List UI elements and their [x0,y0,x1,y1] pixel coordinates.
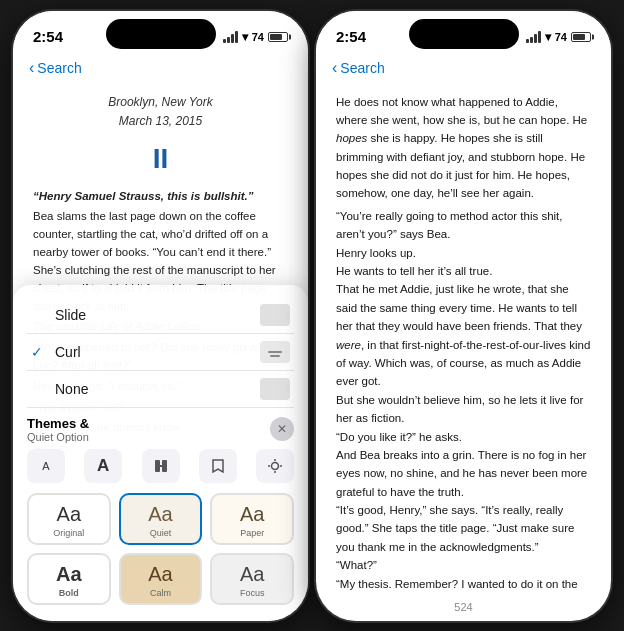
brightness-icon [267,458,283,474]
curl-checkmark: ✓ [31,344,51,360]
theme-original-aa: Aa [57,503,81,526]
brightness-button[interactable] [256,449,294,483]
back-button-right[interactable]: ‹ Search [332,59,385,77]
font-size-decrease-button[interactable]: A [27,449,65,483]
theme-quiet-label: Quiet [150,528,172,538]
rp-11: “My thesis. Remember? I wanted to do it … [336,575,591,595]
rp-2: “You’re really going to method actor thi… [336,207,591,244]
battery-label: 74 [252,31,264,43]
rp-7: “Do you like it?” he asks. [336,428,591,446]
theme-grid: Aa Original Aa Quiet Aa Paper Aa Bold Aa [27,493,294,605]
signal-icon [223,31,238,43]
status-icons-left: ▾ 74 [223,30,288,44]
theme-calm-label: Calm [150,588,171,598]
theme-calm-aa: Aa [148,563,172,586]
chapter-number: II [33,137,288,182]
theme-quiet[interactable]: Aa Quiet [119,493,203,545]
book-location-line2: March 13, 2015 [33,112,288,131]
book-header: Brooklyn, New York March 13, 2015 [33,93,288,131]
theme-quiet-aa: Aa [148,503,172,526]
themes-header: Themes & Quiet Option ✕ [27,416,294,443]
rp-4: He wants to tell her it’s all true. [336,262,591,280]
theme-original-label: Original [53,528,84,538]
chevron-left-icon-right: ‹ [332,59,337,77]
wifi-icon-right: ▾ [545,30,551,44]
small-a-label: A [42,460,49,472]
wifi-icon: ▾ [242,30,248,44]
font-style-button[interactable] [142,449,180,483]
time-left: 2:54 [33,28,63,45]
book-content-right: He does not know what happened to Addie,… [316,85,611,595]
rp-9: “It’s good, Henry,” she says. “It’s real… [336,501,591,556]
dynamic-island-right [409,19,519,49]
none-icon [260,378,290,400]
themes-title: Themes & Quiet Option [27,416,89,443]
svg-point-3 [272,462,279,469]
bookmark-icon [211,458,225,474]
themes-label: Themes & [27,416,89,431]
theme-bold[interactable]: Aa Bold [27,553,111,605]
slide-option-slide[interactable]: Slide [27,297,294,334]
slide-label-curl: Curl [51,344,260,360]
bookmark-button[interactable] [199,449,237,483]
signal-icon-right [526,31,541,43]
slide-option-none[interactable]: None [27,371,294,408]
nav-bar-left: ‹ Search [13,55,308,85]
battery-label-right: 74 [555,31,567,43]
theme-paper-aa: Aa [240,503,264,526]
theme-bold-label: Bold [59,588,79,598]
theme-bold-aa: Aa [56,563,82,586]
slide-options: Slide ✓ Curl None [27,297,294,408]
font-style-icon [153,458,169,474]
svg-rect-2 [155,465,167,467]
slide-label-none: None [51,381,260,397]
back-label-left: Search [37,60,81,76]
right-phone: 2:54 ▾ 74 ‹ Search [316,11,611,621]
large-a-label: A [97,456,109,476]
para-1: “Henry Samuel Strauss, this is bullshit.… [33,188,288,206]
rp-3: Henry looks up. [336,244,591,262]
chevron-left-icon: ‹ [29,59,34,77]
rp-8: And Bea breaks into a grin. There is no … [336,446,591,501]
rp-6: But she wouldn’t believe him, so he lets… [336,391,591,428]
toolbar-row: A A [27,449,294,483]
dynamic-island [106,19,216,49]
curl-icon [260,341,290,363]
status-icons-right: ▾ 74 [526,30,591,44]
time-right: 2:54 [336,28,366,45]
font-size-increase-button[interactable]: A [84,449,122,483]
theme-focus-label: Focus [240,588,265,598]
left-phone: 2:54 ▾ 74 ‹ Search [13,11,308,621]
theme-original[interactable]: Aa Original [27,493,111,545]
battery-icon-right [571,32,591,42]
theme-paper-label: Paper [240,528,264,538]
book-location-line1: Brooklyn, New York [33,93,288,112]
theme-paper[interactable]: Aa Paper [210,493,294,545]
slide-option-curl[interactable]: ✓ Curl [27,334,294,371]
battery-icon [268,32,288,42]
page-number: 524 [316,595,611,619]
close-button[interactable]: ✕ [270,417,294,441]
back-button-left[interactable]: ‹ Search [29,59,82,77]
bottom-panel: Slide ✓ Curl None [13,285,308,621]
theme-focus[interactable]: Aa Focus [210,553,294,605]
slide-label-slide: Slide [51,307,260,323]
theme-focus-aa: Aa [240,563,264,586]
rp-1: He does not know what happened to Addie,… [336,93,591,203]
slide-icon-slide [260,304,290,326]
theme-calm[interactable]: Aa Calm [119,553,203,605]
rp-5: That he met Addie, just like he wrote, t… [336,280,591,390]
nav-bar-right: ‹ Search [316,55,611,85]
back-label-right: Search [340,60,384,76]
rp-10: “What?” [336,556,591,574]
themes-subtitle: Quiet Option [27,431,89,443]
